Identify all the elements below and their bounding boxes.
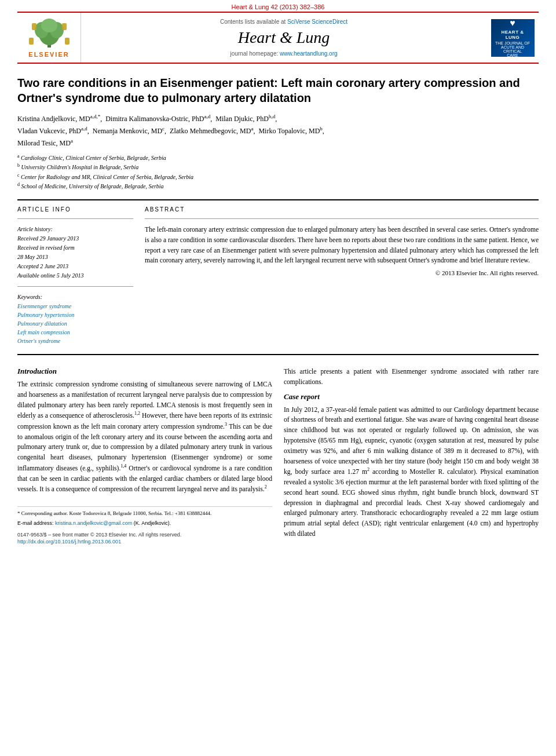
citation-text: Heart & Lung 42 (2013) 382–386 — [232, 3, 325, 10]
author-2: Dimitra Kalimanovska-Ostric, PhDa,d, — [105, 115, 214, 123]
journal-badge: ♥ HEART & LUNG THE JOURNAL OFACUTE AND C… — [491, 19, 535, 57]
author-1: Kristina Andjelkovic, MDa,d,*, — [17, 115, 104, 123]
heart-icon: ♥ — [510, 18, 515, 28]
journal-title: Heart & Lung — [238, 28, 330, 47]
journal-header: ELSEVIER Contents lists available at Sci… — [17, 12, 539, 64]
svg-point-4 — [41, 19, 57, 32]
elsevier-text: ELSEVIER — [28, 51, 69, 58]
author-6: Zlatko Mehmedbegovic, MDa, — [170, 127, 257, 135]
homepage-prefix: journal homepage: — [230, 50, 280, 57]
article-history: Article history: Received 29 January 201… — [17, 225, 133, 280]
keyword-2: Pulmonary hypertension — [17, 311, 133, 319]
body-col-left: Introduction The extrinsic compression s… — [17, 367, 272, 545]
journal-center: Contents lists available at SciVerse Sci… — [81, 13, 487, 63]
elsevier-logo: ELSEVIER — [28, 17, 69, 58]
badge-subtitle: THE JOURNAL OFACUTE AND CRITICALCARE — [494, 41, 532, 57]
revised-date: 28 May 2013 — [17, 254, 48, 260]
keyword-1: Eisenmenger syndrome — [17, 302, 133, 311]
authors-line: Kristina Andjelkovic, MDa,d,*, Dimitra K… — [17, 112, 539, 149]
affil-c: c Center for Radiology and MR, Clinical … — [17, 174, 193, 180]
svg-rect-7 — [29, 38, 34, 45]
accepted-date: Accepted 2 June 2013 — [17, 263, 68, 269]
svg-rect-6 — [62, 23, 67, 30]
author-3: Milan Djukic, PhDb,d, — [215, 115, 277, 123]
author-8: Milorad Tesic, MDa — [17, 139, 73, 147]
badge-title: HEART & LUNG — [494, 30, 532, 40]
svg-rect-8 — [65, 38, 70, 45]
available-date: Available online 5 July 2013 — [17, 272, 83, 279]
homepage-link[interactable]: www.heartandlung.org — [280, 50, 338, 57]
issn-text: 0147-9563/$ – see front matter © 2013 El… — [17, 532, 272, 538]
sciverse-prefix: Contents lists available at — [220, 19, 287, 25]
body-content: Introduction The extrinsic compression s… — [17, 367, 539, 545]
doi-link[interactable]: http://dx.doi.org/10.1016/j.hrtlng.2013.… — [17, 539, 272, 545]
keywords-label: Keywords: — [17, 294, 133, 300]
main-content: Two rare conditions in an Eisenmenger pa… — [0, 64, 556, 556]
keyword-3: Pulmonary dilatation — [17, 319, 133, 328]
affiliations: a Cardiology Clinic, Clinical Center of … — [17, 153, 539, 191]
email-suffix: (K. Andjelkovic). — [134, 520, 171, 526]
affil-a: a Cardiology Clinic, Clinical Center of … — [17, 155, 166, 161]
sciverse-link[interactable]: SciVerse ScienceDirect — [287, 19, 348, 25]
author-7: Mirko Topalovic, MDb, — [258, 127, 324, 135]
intro-continuation: This article presents a patient with Eis… — [284, 367, 539, 388]
sciverse-line: Contents lists available at SciVerse Sci… — [220, 19, 348, 25]
affil-d: d School of Medicine, University of Belg… — [17, 183, 164, 189]
header-divider — [17, 199, 539, 200]
email-link[interactable]: kristina.n.andjelkovic@gmail.com — [55, 520, 132, 526]
keywords-section: Keywords: Eisenmenger syndrome Pulmonary… — [17, 294, 133, 345]
email-label: E-mail address: — [17, 520, 54, 526]
journal-right: ♥ HEART & LUNG THE JOURNAL OFACUTE AND C… — [487, 13, 539, 63]
elsevier-tree-icon — [29, 17, 70, 49]
elsevier-branding: ELSEVIER — [17, 13, 81, 63]
history-label: Article history: — [17, 225, 133, 234]
body-col-right: This article presents a patient with Eis… — [284, 367, 539, 545]
info-divider-top — [17, 218, 133, 219]
email-line: E-mail address: kristina.n.andjelkovic@g… — [17, 520, 171, 526]
corresponding-note: * Corresponding author. Koste Todorovica… — [17, 510, 272, 516]
journal-citation: Heart & Lung 42 (2013) 382–386 — [0, 0, 556, 12]
author-4: Vladan Vukcevic, PhDa,d, — [17, 127, 91, 135]
article-info-col: ARTICLE INFO Article history: Received 2… — [17, 206, 133, 345]
abstract-header: ABSTRACT — [145, 206, 539, 213]
author-5: Nemanja Menkovic, MDc, — [93, 127, 168, 135]
section-divider — [17, 354, 539, 355]
abstract-copyright: © 2013 Elsevier Inc. All rights reserved… — [145, 269, 539, 276]
article-info-header: ARTICLE INFO — [17, 206, 133, 213]
case-report-title: Case report — [284, 392, 539, 401]
page: Heart & Lung 42 (2013) 382–386 — [0, 0, 556, 556]
footnotes: * Corresponding author. Koste Todorovica… — [17, 506, 272, 527]
introduction-text: The extrinsic compression syndrome consi… — [17, 379, 272, 495]
received-date: Received 29 January 2013 — [17, 235, 79, 242]
article-title: Two rare conditions in an Eisenmenger pa… — [17, 75, 539, 105]
info-abstract-section: ARTICLE INFO Article history: Received 2… — [17, 206, 539, 345]
info-divider-mid — [17, 286, 133, 287]
keyword-5: Ortner's syndrome — [17, 337, 133, 345]
issn-line: 0147-9563/$ – see front matter © 2013 El… — [17, 532, 272, 545]
abstract-text: The left-main coronary artery extrinsic … — [145, 225, 539, 266]
received-revised-label: Received in revised form — [17, 244, 75, 251]
introduction-title: Introduction — [17, 367, 272, 376]
abstract-col: ABSTRACT The left-main coronary artery e… — [145, 206, 539, 345]
affil-b: b University Children's Hospital in Belg… — [17, 164, 138, 170]
abstract-divider-top — [145, 218, 539, 219]
journal-homepage: journal homepage: www.heartandlung.org — [230, 50, 337, 57]
svg-rect-5 — [32, 23, 36, 30]
keyword-4: Left main compression — [17, 328, 133, 337]
case-report-text: In July 2012, a 37-year-old female patie… — [284, 405, 539, 539]
